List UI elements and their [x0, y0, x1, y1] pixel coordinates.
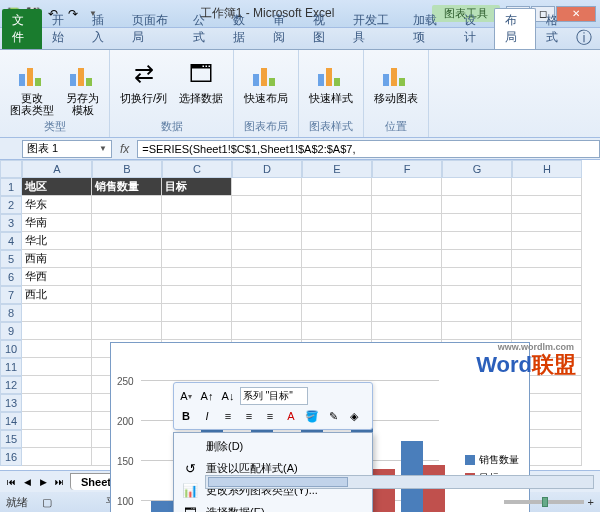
cell-B3[interactable] — [92, 214, 162, 232]
change-chart-type-button[interactable]: 更改 图表类型 — [6, 56, 58, 118]
cell-F1[interactable] — [372, 178, 442, 196]
cell-E3[interactable] — [302, 214, 372, 232]
cell-A16[interactable] — [22, 448, 92, 466]
row-header-11[interactable]: 11 — [0, 358, 22, 376]
cell-D1[interactable] — [232, 178, 302, 196]
cell-H5[interactable] — [512, 250, 582, 268]
cell-B9[interactable] — [92, 322, 162, 340]
row-header-7[interactable]: 7 — [0, 286, 22, 304]
row-header-15[interactable]: 15 — [0, 430, 22, 448]
cell-B8[interactable] — [92, 304, 162, 322]
tab-developer[interactable]: 开发工具 — [343, 9, 403, 49]
cell-G7[interactable] — [442, 286, 512, 304]
cell-H2[interactable] — [512, 196, 582, 214]
col-header-G[interactable]: G — [442, 160, 512, 178]
tab-file[interactable]: 文件 — [2, 9, 42, 49]
save-as-template-button[interactable]: 另存为 模板 — [62, 56, 103, 118]
cell-A9[interactable] — [22, 322, 92, 340]
cell-F4[interactable] — [372, 232, 442, 250]
row-header-4[interactable]: 4 — [0, 232, 22, 250]
cell-E6[interactable] — [302, 268, 372, 286]
series-selector[interactable]: 系列 "目标" — [240, 387, 308, 405]
select-all-corner[interactable] — [0, 160, 22, 178]
cell-G9[interactable] — [442, 322, 512, 340]
cell-B6[interactable] — [92, 268, 162, 286]
quick-layout-button[interactable]: 快速布局 — [240, 56, 292, 106]
tab-design[interactable]: 设计 — [454, 9, 494, 49]
cell-C1[interactable]: 目标 — [162, 178, 232, 196]
cell-G5[interactable] — [442, 250, 512, 268]
row-header-14[interactable]: 14 — [0, 412, 22, 430]
worksheet[interactable]: ABCDEFGH 12345678910111213141516 地区销售数量目… — [0, 160, 600, 470]
cell-A7[interactable]: 西北 — [22, 286, 92, 304]
cell-D6[interactable] — [232, 268, 302, 286]
quick-styles-button[interactable]: 快速样式 — [305, 56, 357, 106]
cell-D7[interactable] — [232, 286, 302, 304]
row-header-1[interactable]: 1 — [0, 178, 22, 196]
select-data-button[interactable]: 🗔 选择数据 — [175, 56, 227, 106]
tab-home[interactable]: 开始 — [42, 9, 82, 49]
font-grow-icon[interactable]: A↑ — [198, 387, 216, 405]
tab-formulas[interactable]: 公式 — [183, 9, 223, 49]
align3-icon[interactable]: ≡ — [261, 407, 279, 425]
cell-A12[interactable] — [22, 376, 92, 394]
cell-B7[interactable] — [92, 286, 162, 304]
cell-C5[interactable] — [162, 250, 232, 268]
col-header-C[interactable]: C — [162, 160, 232, 178]
cell-E1[interactable] — [302, 178, 372, 196]
outline-icon[interactable]: ✎ — [324, 407, 342, 425]
cell-B4[interactable] — [92, 232, 162, 250]
zoom-slider[interactable] — [504, 500, 584, 504]
italic-icon[interactable]: I — [198, 407, 216, 425]
cell-A6[interactable]: 华西 — [22, 268, 92, 286]
cell-D9[interactable] — [232, 322, 302, 340]
move-chart-button[interactable]: 移动图表 — [370, 56, 422, 106]
tab-nav-prev[interactable]: ◀ — [20, 475, 34, 489]
font-shrink-icon[interactable]: A↓ — [219, 387, 237, 405]
cell-F9[interactable] — [372, 322, 442, 340]
cell-H1[interactable] — [512, 178, 582, 196]
cell-A13[interactable] — [22, 394, 92, 412]
cell-G1[interactable] — [442, 178, 512, 196]
align2-icon[interactable]: ≡ — [240, 407, 258, 425]
cell-F2[interactable] — [372, 196, 442, 214]
cell-A14[interactable] — [22, 412, 92, 430]
cell-F7[interactable] — [372, 286, 442, 304]
cell-A11[interactable] — [22, 358, 92, 376]
col-header-E[interactable]: E — [302, 160, 372, 178]
cell-D2[interactable] — [232, 196, 302, 214]
cell-H7[interactable] — [512, 286, 582, 304]
cell-G3[interactable] — [442, 214, 512, 232]
cell-B2[interactable] — [92, 196, 162, 214]
tab-view[interactable]: 视图 — [303, 9, 343, 49]
cell-E4[interactable] — [302, 232, 372, 250]
cell-D3[interactable] — [232, 214, 302, 232]
cell-C3[interactable] — [162, 214, 232, 232]
fx-icon[interactable]: fx — [112, 142, 137, 156]
cell-H8[interactable] — [512, 304, 582, 322]
tab-nav-last[interactable]: ⏭ — [52, 475, 66, 489]
row-header-8[interactable]: 8 — [0, 304, 22, 322]
cell-H6[interactable] — [512, 268, 582, 286]
cell-E8[interactable] — [302, 304, 372, 322]
font-color-icon[interactable]: A — [282, 407, 300, 425]
cell-E2[interactable] — [302, 196, 372, 214]
cell-A2[interactable]: 华东 — [22, 196, 92, 214]
col-header-H[interactable]: H — [512, 160, 582, 178]
tab-pagelayout[interactable]: 页面布局 — [122, 9, 182, 49]
cell-B5[interactable] — [92, 250, 162, 268]
cell-C2[interactable] — [162, 196, 232, 214]
bold-icon[interactable]: B — [177, 407, 195, 425]
tab-nav-next[interactable]: ▶ — [36, 475, 50, 489]
tab-format[interactable]: 格式 — [536, 9, 576, 49]
cell-D5[interactable] — [232, 250, 302, 268]
cell-F3[interactable] — [372, 214, 442, 232]
row-header-5[interactable]: 5 — [0, 250, 22, 268]
cell-H3[interactable] — [512, 214, 582, 232]
cell-H9[interactable] — [512, 322, 582, 340]
formula-bar[interactable]: =SERIES(Sheet1!$C$1,Sheet1!$A$2:$A$7, — [137, 140, 600, 158]
row-header-2[interactable]: 2 — [0, 196, 22, 214]
cell-C8[interactable] — [162, 304, 232, 322]
horizontal-scrollbar[interactable] — [205, 475, 594, 489]
cell-E9[interactable] — [302, 322, 372, 340]
